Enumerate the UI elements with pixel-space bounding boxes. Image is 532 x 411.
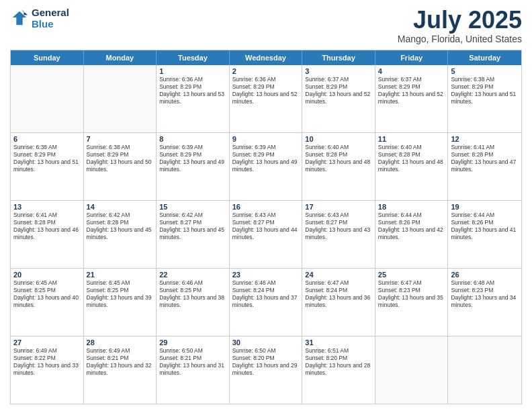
day-number: 25 xyxy=(378,271,445,279)
sunset-text: Sunset: 8:22 PM xyxy=(13,355,81,362)
day-number: 4 xyxy=(378,67,445,75)
sunset-text: Sunset: 8:25 PM xyxy=(87,287,154,294)
sunrise-text: Sunrise: 6:44 AM xyxy=(451,212,519,219)
sunrise-text: Sunrise: 6:38 AM xyxy=(87,144,154,151)
daylight-text: Daylight: 13 hours and 52 minutes. xyxy=(232,91,300,105)
day-number: 13 xyxy=(13,203,81,211)
calendar-cell: 7Sunrise: 6:38 AMSunset: 8:29 PMDaylight… xyxy=(84,133,157,200)
daylight-text: Daylight: 13 hours and 50 minutes. xyxy=(87,158,154,173)
daylight-text: Daylight: 13 hours and 48 minutes. xyxy=(378,158,445,173)
day-number: 8 xyxy=(159,135,226,143)
day-number: 19 xyxy=(451,203,519,211)
sunset-text: Sunset: 8:29 PM xyxy=(232,151,300,158)
sunset-text: Sunset: 8:29 PM xyxy=(232,83,300,91)
sunset-text: Sunset: 8:27 PM xyxy=(232,219,300,226)
calendar-cell: 19Sunrise: 6:44 AMSunset: 8:26 PMDayligh… xyxy=(448,201,521,268)
sunset-text: Sunset: 8:28 PM xyxy=(305,151,372,158)
sunrise-text: Sunrise: 6:46 AM xyxy=(159,279,226,287)
calendar-cell: 21Sunrise: 6:45 AMSunset: 8:25 PMDayligh… xyxy=(84,269,157,336)
sunrise-text: Sunrise: 6:47 AM xyxy=(305,279,372,287)
sunrise-text: Sunrise: 6:43 AM xyxy=(305,212,372,219)
calendar-cell xyxy=(11,65,84,132)
sunrise-text: Sunrise: 6:36 AM xyxy=(232,76,300,83)
calendar-cell: 28Sunrise: 6:49 AMSunset: 8:21 PMDayligh… xyxy=(84,336,157,404)
sunrise-text: Sunrise: 6:49 AM xyxy=(87,347,154,355)
sunrise-text: Sunrise: 6:49 AM xyxy=(13,347,81,355)
day-number: 14 xyxy=(87,203,154,211)
sunrise-text: Sunrise: 6:39 AM xyxy=(159,144,226,151)
weekday-header: Sunday xyxy=(11,50,84,65)
daylight-text: Daylight: 13 hours and 29 minutes. xyxy=(232,362,300,377)
sunset-text: Sunset: 8:29 PM xyxy=(378,83,445,91)
day-number: 22 xyxy=(159,271,226,279)
daylight-text: Daylight: 13 hours and 49 minutes. xyxy=(159,158,226,173)
sunset-text: Sunset: 8:21 PM xyxy=(87,355,154,362)
day-number: 26 xyxy=(451,271,519,279)
sunset-text: Sunset: 8:20 PM xyxy=(305,355,372,362)
sunrise-text: Sunrise: 6:38 AM xyxy=(13,144,81,151)
daylight-text: Daylight: 13 hours and 32 minutes. xyxy=(87,362,154,377)
calendar-cell: 15Sunrise: 6:42 AMSunset: 8:27 PMDayligh… xyxy=(157,201,230,268)
sunset-text: Sunset: 8:26 PM xyxy=(378,219,445,226)
day-number: 23 xyxy=(232,271,300,279)
calendar-cell: 5Sunrise: 6:38 AMSunset: 8:29 PMDaylight… xyxy=(448,65,521,132)
calendar-cell: 24Sunrise: 6:47 AMSunset: 8:24 PMDayligh… xyxy=(302,269,375,336)
calendar-cell: 20Sunrise: 6:45 AMSunset: 8:25 PMDayligh… xyxy=(11,269,84,336)
calendar-cell: 3Sunrise: 6:37 AMSunset: 8:29 PMDaylight… xyxy=(302,65,375,132)
daylight-text: Daylight: 13 hours and 43 minutes. xyxy=(305,226,372,241)
calendar-cell: 8Sunrise: 6:39 AMSunset: 8:29 PMDaylight… xyxy=(157,133,230,200)
day-number: 20 xyxy=(13,271,81,279)
calendar-cell: 23Sunrise: 6:46 AMSunset: 8:24 PMDayligh… xyxy=(230,269,303,336)
sunset-text: Sunset: 8:24 PM xyxy=(305,287,372,294)
daylight-text: Daylight: 13 hours and 51 minutes. xyxy=(13,158,81,173)
calendar-cell: 16Sunrise: 6:43 AMSunset: 8:27 PMDayligh… xyxy=(230,201,303,268)
day-number: 27 xyxy=(13,338,81,347)
daylight-text: Daylight: 13 hours and 28 minutes. xyxy=(305,362,372,377)
daylight-text: Daylight: 13 hours and 38 minutes. xyxy=(159,294,226,309)
calendar-cell xyxy=(84,65,157,132)
calendar-cell xyxy=(448,336,521,404)
calendar-cell: 4Sunrise: 6:37 AMSunset: 8:29 PMDaylight… xyxy=(375,65,449,132)
sunset-text: Sunset: 8:28 PM xyxy=(378,151,445,158)
calendar-header: SundayMondayTuesdayWednesdayThursdayFrid… xyxy=(11,50,521,65)
logo-icon xyxy=(10,9,29,28)
logo-text: General Blue xyxy=(32,7,69,30)
sunset-text: Sunset: 8:25 PM xyxy=(13,287,81,294)
daylight-text: Daylight: 13 hours and 49 minutes. xyxy=(232,158,300,173)
sunset-text: Sunset: 8:28 PM xyxy=(13,219,81,226)
day-number: 2 xyxy=(232,67,300,75)
sunrise-text: Sunrise: 6:37 AM xyxy=(378,76,445,83)
sunrise-text: Sunrise: 6:40 AM xyxy=(378,144,445,151)
sunrise-text: Sunrise: 6:37 AM xyxy=(305,76,372,83)
month-title: July 2025 xyxy=(398,7,522,34)
daylight-text: Daylight: 13 hours and 33 minutes. xyxy=(13,362,81,377)
sunrise-text: Sunrise: 6:38 AM xyxy=(451,76,519,83)
day-number: 1 xyxy=(159,67,226,75)
calendar-cell: 29Sunrise: 6:50 AMSunset: 8:21 PMDayligh… xyxy=(157,336,230,404)
day-number: 15 xyxy=(159,203,226,211)
daylight-text: Daylight: 13 hours and 37 minutes. xyxy=(232,294,300,309)
calendar-cell: 25Sunrise: 6:47 AMSunset: 8:23 PMDayligh… xyxy=(375,269,449,336)
sunrise-text: Sunrise: 6:50 AM xyxy=(232,347,300,355)
sunset-text: Sunset: 8:25 PM xyxy=(159,287,226,294)
sunset-text: Sunset: 8:28 PM xyxy=(451,151,519,158)
day-number: 31 xyxy=(305,338,372,347)
sunrise-text: Sunrise: 6:47 AM xyxy=(378,279,445,287)
location: Mango, Florida, United States xyxy=(398,34,522,44)
calendar-body: 1Sunrise: 6:36 AMSunset: 8:29 PMDaylight… xyxy=(11,65,521,404)
sunset-text: Sunset: 8:29 PM xyxy=(13,151,81,158)
sunset-text: Sunset: 8:28 PM xyxy=(87,219,154,226)
sunset-text: Sunset: 8:27 PM xyxy=(159,219,226,226)
sunset-text: Sunset: 8:24 PM xyxy=(232,287,300,294)
daylight-text: Daylight: 13 hours and 51 minutes. xyxy=(451,91,519,105)
calendar-cell: 1Sunrise: 6:36 AMSunset: 8:29 PMDaylight… xyxy=(157,65,230,132)
calendar-cell: 9Sunrise: 6:39 AMSunset: 8:29 PMDaylight… xyxy=(230,133,303,200)
day-number: 9 xyxy=(232,135,300,143)
daylight-text: Daylight: 13 hours and 36 minutes. xyxy=(305,294,372,309)
daylight-text: Daylight: 13 hours and 53 minutes. xyxy=(159,91,226,105)
day-number: 6 xyxy=(13,135,81,143)
day-number: 18 xyxy=(378,203,445,211)
sunrise-text: Sunrise: 6:51 AM xyxy=(305,347,372,355)
daylight-text: Daylight: 13 hours and 52 minutes. xyxy=(378,91,445,105)
calendar-cell xyxy=(375,336,449,404)
